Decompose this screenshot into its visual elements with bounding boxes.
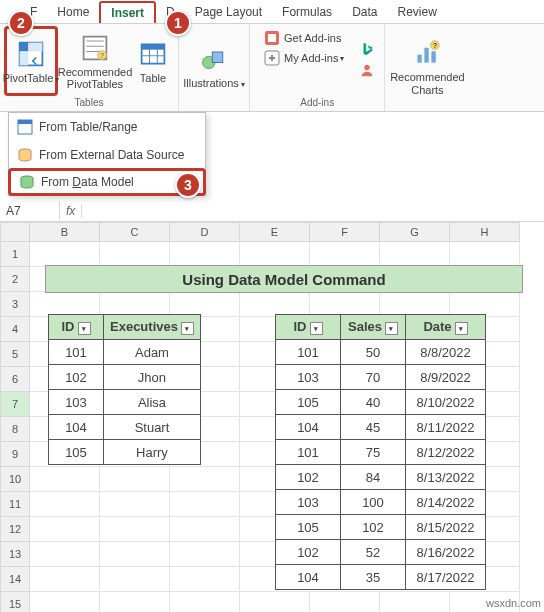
table-cell[interactable]: 105 <box>276 390 341 415</box>
fx-icon[interactable]: fx <box>60 204 82 218</box>
from-external-data-source[interactable]: From External Data Source <box>9 141 205 169</box>
table-cell[interactable]: 8/17/2022 <box>406 565 486 590</box>
table-cell[interactable]: 104 <box>276 565 341 590</box>
illustrations-button[interactable]: Illustrations▾ <box>183 26 245 107</box>
filter-icon[interactable]: ▾ <box>181 322 194 335</box>
cell[interactable] <box>170 592 240 612</box>
cell[interactable] <box>30 467 100 492</box>
row-header[interactable]: 14 <box>0 567 30 592</box>
cell[interactable] <box>100 242 170 267</box>
column-header[interactable]: Executives▾ <box>104 315 201 340</box>
table-cell[interactable]: 70 <box>341 365 406 390</box>
table-cell[interactable]: 101 <box>49 340 104 365</box>
table-cell[interactable]: 8/8/2022 <box>406 340 486 365</box>
filter-icon[interactable]: ▾ <box>310 322 323 335</box>
cell[interactable] <box>240 242 310 267</box>
table-cell[interactable]: 103 <box>276 365 341 390</box>
table-cell[interactable]: Harry <box>104 440 201 465</box>
cell[interactable] <box>310 242 380 267</box>
tab-data[interactable]: Data <box>342 2 387 22</box>
table-cell[interactable]: 8/12/2022 <box>406 440 486 465</box>
table-cell[interactable]: 75 <box>341 440 406 465</box>
cell[interactable] <box>100 542 170 567</box>
table-cell[interactable]: 104 <box>276 415 341 440</box>
column-header[interactable]: ID▾ <box>49 315 104 340</box>
cell[interactable] <box>30 242 100 267</box>
table-cell[interactable]: 8/11/2022 <box>406 415 486 440</box>
table-cell[interactable]: 101 <box>276 440 341 465</box>
col-header[interactable]: H <box>450 222 520 242</box>
cell[interactable] <box>380 592 450 612</box>
row-header[interactable]: 9 <box>0 442 30 467</box>
row-header[interactable]: 11 <box>0 492 30 517</box>
row-header[interactable]: 2 <box>0 267 30 292</box>
row-header[interactable]: 7 <box>0 392 30 417</box>
cell[interactable] <box>100 492 170 517</box>
column-header[interactable]: ID▾ <box>276 315 341 340</box>
from-table-range[interactable]: From Table/Range <box>9 113 205 141</box>
col-header[interactable]: C <box>100 222 170 242</box>
row-header[interactable]: 12 <box>0 517 30 542</box>
table-cell[interactable]: 105 <box>49 440 104 465</box>
tab-page-layout[interactable]: Page Layout <box>185 2 272 22</box>
col-header[interactable]: E <box>240 222 310 242</box>
select-all-corner[interactable] <box>0 222 30 242</box>
tab-review[interactable]: Review <box>387 2 446 22</box>
table-cell[interactable]: 50 <box>341 340 406 365</box>
row-header[interactable]: 6 <box>0 367 30 392</box>
cell[interactable] <box>240 592 310 612</box>
table-cell[interactable]: 8/13/2022 <box>406 465 486 490</box>
cell[interactable] <box>30 567 100 592</box>
table-cell[interactable]: 102 <box>49 365 104 390</box>
pivottable-button[interactable]: PivotTable▾ <box>4 26 58 96</box>
table-cell[interactable]: 8/9/2022 <box>406 365 486 390</box>
cell[interactable] <box>100 592 170 612</box>
table-cell[interactable]: 8/10/2022 <box>406 390 486 415</box>
cell[interactable] <box>450 242 520 267</box>
cell[interactable] <box>170 492 240 517</box>
row-header[interactable]: 4 <box>0 317 30 342</box>
row-header[interactable]: 3 <box>0 292 30 317</box>
table-cell[interactable]: 40 <box>341 390 406 415</box>
cell[interactable] <box>100 517 170 542</box>
cell[interactable] <box>170 542 240 567</box>
filter-icon[interactable]: ▾ <box>385 322 398 335</box>
table-cell[interactable]: 8/16/2022 <box>406 540 486 565</box>
table-cell[interactable]: 102 <box>341 515 406 540</box>
cell[interactable] <box>170 517 240 542</box>
tab-insert[interactable]: Insert <box>99 1 156 23</box>
cell[interactable] <box>310 592 380 612</box>
column-header[interactable]: Sales▾ <box>341 315 406 340</box>
table-cell[interactable]: 8/15/2022 <box>406 515 486 540</box>
my-addins-button[interactable]: My Add-ins ▾ <box>258 48 350 68</box>
row-header[interactable]: 13 <box>0 542 30 567</box>
row-header[interactable]: 5 <box>0 342 30 367</box>
table-button[interactable]: Table <box>132 26 174 96</box>
table-cell[interactable]: 52 <box>341 540 406 565</box>
table-cell[interactable]: 45 <box>341 415 406 440</box>
table-cell[interactable]: 104 <box>49 415 104 440</box>
table-cell[interactable]: 105 <box>276 515 341 540</box>
cell[interactable] <box>380 242 450 267</box>
cell[interactable] <box>30 517 100 542</box>
tab-home[interactable]: Home <box>47 2 99 22</box>
cell[interactable] <box>170 567 240 592</box>
table-cell[interactable]: 8/14/2022 <box>406 490 486 515</box>
recommended-pivottables-button[interactable]: ? Recommended PivotTables <box>58 26 132 96</box>
table-cell[interactable]: 102 <box>276 465 341 490</box>
cell[interactable] <box>100 467 170 492</box>
cell[interactable] <box>30 542 100 567</box>
filter-icon[interactable]: ▾ <box>455 322 468 335</box>
cell[interactable] <box>30 592 100 612</box>
table-cell[interactable]: 103 <box>49 390 104 415</box>
table-cell[interactable]: 101 <box>276 340 341 365</box>
filter-icon[interactable]: ▾ <box>78 322 91 335</box>
col-header[interactable]: G <box>380 222 450 242</box>
col-header[interactable]: F <box>310 222 380 242</box>
table-cell[interactable]: Alisa <box>104 390 201 415</box>
col-header[interactable]: D <box>170 222 240 242</box>
get-addins-button[interactable]: Get Add-ins <box>258 28 350 48</box>
tab-formulas[interactable]: Formulas <box>272 2 342 22</box>
name-box[interactable]: A7 <box>0 202 60 220</box>
table-cell[interactable]: Adam <box>104 340 201 365</box>
